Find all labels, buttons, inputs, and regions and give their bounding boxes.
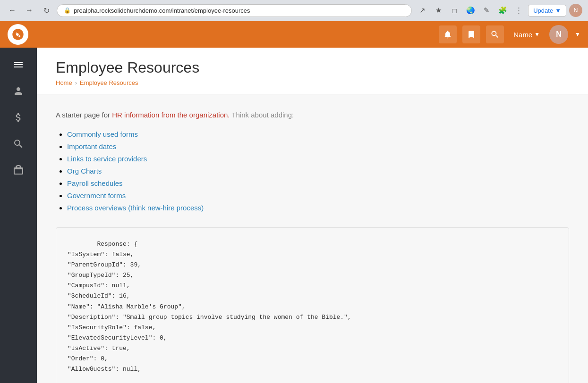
rock-logo[interactable] (8, 24, 28, 45)
tab-button[interactable]: □ (448, 4, 461, 17)
user-name-button[interactable]: Name ▼ (510, 29, 544, 41)
resource-list: Commonly used forms Important dates Link… (56, 130, 569, 212)
code-block: Response: { "IsSystem": false, "ParentGr… (56, 227, 569, 383)
lines-icon (13, 59, 24, 70)
update-button[interactable]: Update ▼ (528, 5, 566, 17)
breadcrumb-current: Employee Resources (80, 79, 138, 86)
url-text: prealpha.rocksolidchurchdemo.com/intrane… (74, 7, 405, 14)
app-wrapper: Name ▼ N ▼ (0, 21, 588, 383)
browser-chrome: ← → ↻ 🔒 prealpha.rocksolidchurchdemo.com… (0, 0, 588, 21)
breadcrumb-separator: › (75, 79, 77, 86)
list-item: Payroll schedules (67, 179, 569, 188)
sidebar-item-finance[interactable] (6, 105, 31, 130)
emoji-button[interactable]: 🌏 (464, 4, 477, 17)
resource-link-govforms[interactable]: Government forms (67, 192, 126, 200)
list-item: Process overviews (think new-hire proces… (67, 204, 569, 212)
list-item: Government forms (67, 192, 569, 200)
briefcase-icon (13, 165, 24, 176)
resource-link-providers[interactable]: Links to service providers (67, 155, 147, 163)
user-chevron-icon: ▼ (534, 31, 540, 38)
sidebar (0, 48, 37, 383)
bookmark-button[interactable]: ★ (432, 4, 445, 17)
bookmarks-button[interactable] (462, 25, 480, 43)
resource-link-payroll[interactable]: Payroll schedules (67, 179, 123, 187)
sidebar-item-person[interactable] (6, 79, 31, 103)
share-button[interactable]: ↗ (416, 4, 429, 17)
list-item: Important dates (67, 142, 569, 151)
breadcrumb-home[interactable]: Home (56, 79, 72, 86)
search-button[interactable] (486, 25, 504, 43)
resource-link-process[interactable]: Process overviews (think new-hire proces… (67, 204, 204, 212)
breadcrumb: Home › Employee Resources (56, 79, 569, 86)
avatar-chevron-icon: ▼ (575, 31, 580, 38)
bookmark-icon (467, 30, 476, 39)
page-title: Employee Resources (56, 59, 569, 76)
page-header: Employee Resources Home › Employee Resou… (37, 48, 588, 94)
list-item: Links to service providers (67, 155, 569, 163)
main-layout: Employee Resources Home › Employee Resou… (0, 48, 588, 383)
wrench-icon (13, 138, 24, 150)
resource-link-dates[interactable]: Important dates (67, 142, 116, 150)
more-button[interactable]: ⋮ (512, 4, 525, 17)
pencil-button[interactable]: ✎ (480, 4, 493, 17)
intro-think: Think about adding: (230, 111, 294, 119)
rock-logo-svg (12, 28, 24, 41)
bell-icon (443, 30, 452, 39)
address-bar[interactable]: 🔒 prealpha.rocksolidchurchdemo.com/intra… (57, 4, 412, 17)
list-item: Org Charts (67, 167, 569, 175)
reload-button[interactable]: ↻ (40, 4, 53, 17)
page-content: A starter page for HR information from t… (37, 94, 588, 383)
resource-link-forms[interactable]: Commonly used forms (67, 130, 138, 138)
browser-profile[interactable]: N (569, 4, 582, 17)
finance-icon (13, 112, 24, 123)
browser-actions: ↗ ★ □ 🌏 ✎ 🧩 ⋮ Update ▼ N (416, 4, 582, 17)
intro-highlight: HR information from the organization. (112, 111, 230, 119)
top-nav: Name ▼ N ▼ (0, 21, 588, 48)
content-area: Employee Resources Home › Employee Resou… (37, 48, 588, 383)
puzzle-button[interactable]: 🧩 (496, 4, 509, 17)
svg-point-1 (18, 35, 20, 37)
sidebar-item-briefcase[interactable] (6, 158, 31, 183)
search-icon (490, 30, 500, 39)
person-icon (13, 85, 24, 97)
forward-button[interactable]: → (23, 4, 36, 17)
back-button[interactable]: ← (6, 4, 19, 17)
intro-text: A starter page for HR information from t… (56, 109, 569, 121)
user-avatar[interactable]: N (549, 25, 568, 44)
sidebar-item-tools[interactable] (6, 132, 31, 156)
notifications-button[interactable] (439, 25, 457, 43)
sidebar-item-content[interactable] (6, 52, 31, 77)
lock-icon: 🔒 (64, 7, 71, 14)
list-item: Commonly used forms (67, 130, 569, 139)
resource-link-orgcharts[interactable]: Org Charts (67, 167, 102, 175)
